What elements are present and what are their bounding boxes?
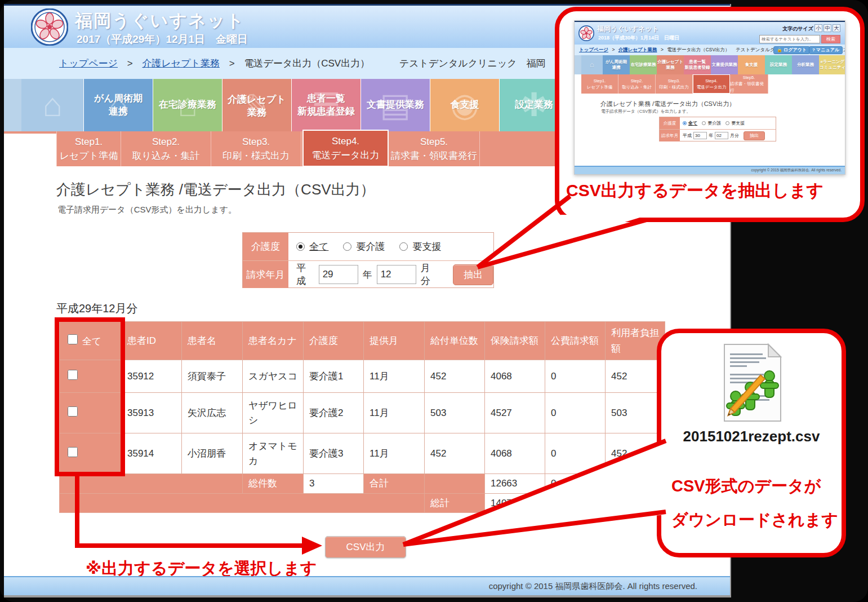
breadcrumb-separator: > <box>229 58 235 69</box>
mini-fontsize-large-button[interactable]: 大 <box>833 24 840 32</box>
breadcrumb-section-link[interactable]: 介護レセプト業務 <box>142 58 220 69</box>
csv-export-button[interactable]: CSV出力 <box>325 536 406 558</box>
grand-total-value: 14070 <box>485 493 545 513</box>
home-icon: ⌂ <box>590 60 594 70</box>
mini-nav-tab-cancer[interactable]: がん周術期 連携 <box>603 55 630 74</box>
col-public-claim: 公費請求額 <box>545 322 606 360</box>
row3-checkbox[interactable] <box>68 447 78 457</box>
nav-tab-patient-list[interactable]: ☰ 患者一覧 新規患者登録 <box>292 79 360 131</box>
page-title: 介護レセプト業務 /電送データ出力（CSV出力） <box>56 180 375 200</box>
mini-nav-tab-patient-list[interactable]: 患者一覧 新規患者登録 <box>684 55 711 74</box>
step3-tab[interactable]: Step3.印刷・様式出力 <box>211 131 301 166</box>
radio-care-required[interactable]: 要介護 <box>343 240 385 253</box>
total-count-label: 総件数 <box>243 474 304 494</box>
table-row: 35914 小沼朋香 オヌマトモカ 要介護3 11月 452 4068 0 45… <box>60 433 665 474</box>
page-footer: copyright © 2015 福岡県歯科医師会. All rights re… <box>4 576 730 595</box>
mini-step1-tab[interactable]: Step1.レセプト準備 <box>581 74 618 94</box>
download-annotation-line2: ダウンロードされます <box>671 509 838 532</box>
nav-tab-care-receipt[interactable]: ✎ 介護レセプト 業務 <box>222 79 291 134</box>
mini-radio-all[interactable]: 全て <box>683 120 697 126</box>
mini-nav-tab-home-care[interactable]: 在宅診療業務 <box>630 55 657 74</box>
step1-tab[interactable]: Step1.レセプト準備 <box>56 131 121 166</box>
mini-page-title: 介護レセプト業務 /電送データ出力（CSV出力） <box>600 100 735 108</box>
mini-search-button[interactable]: 検索 <box>821 35 840 43</box>
col-service-month: 提供月 <box>364 322 425 360</box>
mini-nav-tab-analysis[interactable]: 分析業務 <box>792 55 819 74</box>
table-row: 35913 矢沢広志 ヤザワヒロシ 要介護2 11月 503 4527 0 50… <box>60 393 665 433</box>
page-subtitle: 電子請求用データ（CSV形式）を出力します。 <box>57 205 237 215</box>
site-title: 福岡うぐいすネット <box>75 9 245 33</box>
mini-radio-care[interactable]: 要介護 <box>702 120 721 126</box>
col-benefit-units: 給付単位数 <box>425 322 485 360</box>
select-all-checkbox[interactable] <box>68 334 78 344</box>
mini-page-subtitle: 電子請求用データ（CSV形式）を出力します。 <box>601 109 691 114</box>
row2-checkbox[interactable] <box>68 406 78 417</box>
mini-year-input[interactable] <box>693 132 707 139</box>
row1-checkbox[interactable] <box>68 370 78 380</box>
screenshot-canvas: 福岡うぐいすネット 2017（平成29年）12月1日 金曜日 トップページ > … <box>0 0 868 602</box>
download-callout-bubble: 20151021rezept.csv CSV形式のデータが ダウンロードされます <box>657 329 846 557</box>
mini-radio-support[interactable]: 要支援 <box>725 120 745 126</box>
radio-all[interactable]: 全て <box>296 240 328 253</box>
mini-copyright: copyright © 2015 福岡県歯科医師会. All rights re… <box>751 168 842 173</box>
step5-tab[interactable]: Step5.請求書・領収書発行 <box>389 131 480 166</box>
month-suffix: 月分 <box>421 262 439 287</box>
copyright-text: copyright © 2015 福岡県歯科医師会. All rights re… <box>489 581 697 592</box>
table-row: 35912 須賀泰子 スガヤスコ 要介護1 11月 452 4068 0 452 <box>60 360 665 393</box>
mini-nav: ⌂ がん周術期 連携 在宅診療業務 介護レセプト 業務 患者一覧 新規患者登録 … <box>575 55 845 74</box>
extract-button[interactable]: 抽出 <box>453 264 493 285</box>
nav-tab-home-care[interactable]: ⌂ 在宅診療業務 <box>153 79 222 131</box>
month-input[interactable] <box>377 265 416 284</box>
nav-tab-home[interactable]: ⌂ <box>21 79 83 131</box>
breadcrumb-home-link[interactable]: トップページ <box>59 58 118 69</box>
step4-tab-active[interactable]: Step4.電送データ出力 <box>302 130 389 167</box>
mini-nav-tab-home[interactable]: ⌂ <box>581 55 603 74</box>
total-count-value: 3 <box>304 474 364 494</box>
mini-breadcrumb-bar: トップページ > 介護レセプト業務 > 電送データ出力（CSV出力） テストデン… <box>575 45 845 55</box>
csv-filename: 20151021rezept.csv <box>661 428 842 445</box>
mini-nav-tab-food[interactable]: 食支援 <box>738 55 765 74</box>
mini-step2-tab[interactable]: Step2.取り込み・集計 <box>618 74 656 94</box>
mini-logout-button[interactable]: 🔒 ログアウト <box>773 46 810 54</box>
radio-all-button[interactable] <box>296 242 305 251</box>
mini-month-input[interactable] <box>715 132 728 139</box>
mini-step3-tab[interactable]: Step3.印刷・様式出力 <box>656 74 693 94</box>
year-suffix: 年 <box>363 268 372 281</box>
step2-tab[interactable]: Step2.取り込み・集計 <box>121 131 211 166</box>
mini-breadcrumb-section-link[interactable]: 介護レセプト業務 <box>618 47 657 52</box>
mini-nav-tab-elearning[interactable]: eラーニング コミュニティ <box>819 55 845 74</box>
nav-tab-food-support[interactable]: ◉ 食支援 <box>430 79 499 131</box>
mini-search-input[interactable] <box>759 35 820 43</box>
mini-step5-tab[interactable]: Step5.請求書・領収書発行 <box>730 74 768 94</box>
steps-left-gap <box>4 134 56 166</box>
mini-nav-tab-settings[interactable]: 設定業務 <box>765 55 792 74</box>
table-section-title: 平成29年12月分 <box>56 301 138 316</box>
billing-month-label: 請求年月 <box>243 261 288 288</box>
sum-public-value: 0 <box>545 474 606 494</box>
mini-screenshot: 福岡うぐいすネット 2018（平成30年）1月14日 日曜日 文字のサイズ 小 … <box>574 20 845 175</box>
mini-step4-tab-active[interactable]: Step4.電送データ出力 <box>693 74 730 94</box>
nav-left-strip <box>4 79 21 131</box>
mini-logo-icon <box>578 25 594 41</box>
mini-nav-tab-care-receipt[interactable]: 介護レセプト 業務 <box>657 55 684 74</box>
col-user-burden: 利用者負担額 <box>606 322 665 360</box>
year-input[interactable] <box>319 265 358 284</box>
download-annotation-line1: CSV形式のデータが <box>671 475 821 498</box>
header-date: 2017（平成29年）12月1日 金曜日 <box>77 32 248 47</box>
radio-care-required-button[interactable] <box>343 242 351 251</box>
nav-tab-document-provision[interactable]: ▤ 文書提供業務 <box>361 79 430 131</box>
receipt-table: 全て 患者ID 患者名 患者名カナ 介護度 提供月 給付単位数 保険請求額 公費… <box>59 321 665 513</box>
lock-icon: 🔒 <box>777 47 782 52</box>
mini-breadcrumb-home-link[interactable]: トップページ <box>579 47 608 52</box>
mini-fontsize-medium-button[interactable]: 中 <box>824 24 831 32</box>
col-patient-id: 患者ID <box>122 322 182 360</box>
radio-support-required-button[interactable] <box>399 242 408 251</box>
mini-fontsize-small-button[interactable]: 小 <box>814 24 822 32</box>
mini-manual-button[interactable]: ? マニュアル <box>809 46 843 54</box>
mini-nav-tab-documents[interactable]: 文書提供業務 <box>711 55 738 74</box>
select-all-cell: 全て <box>60 322 122 360</box>
mini-extract-button[interactable]: 抽出 <box>744 131 765 140</box>
nav-tab-cancer-perioperative[interactable]: ⌂ がん周術期 連携 <box>84 79 153 131</box>
radio-support-required[interactable]: 要支援 <box>399 240 441 253</box>
mini-breadcrumb-current: 電送データ出力（CSV出力） <box>667 47 729 52</box>
